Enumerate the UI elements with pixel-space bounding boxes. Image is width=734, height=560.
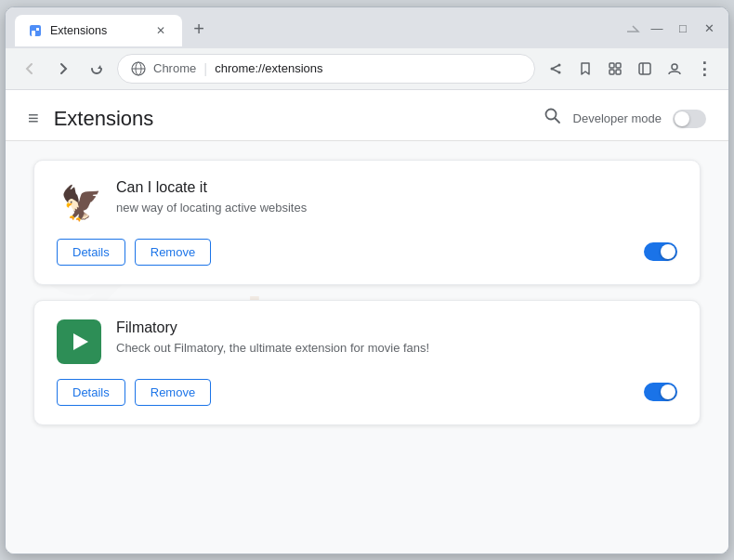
svg-marker-21 [73, 333, 88, 350]
svg-rect-2 [36, 28, 39, 31]
menu-icon[interactable]: ≡ [28, 108, 39, 129]
share-button[interactable] [543, 56, 569, 82]
ext-card-top: Filmatory Check out Filmatory, the ultim… [57, 319, 677, 364]
active-tab[interactable]: Extensions ✕ [15, 15, 182, 46]
svg-rect-12 [616, 70, 621, 74]
ext-name: Filmatory [116, 319, 677, 336]
main-content: ≡ Extensions Developer mode risp.com [6, 90, 728, 553]
remove-button-filmatory[interactable]: Remove [135, 379, 211, 406]
back-button[interactable] [17, 56, 43, 82]
details-button-filmatory[interactable]: Details [57, 379, 125, 406]
svg-point-8 [551, 67, 554, 70]
ext-desc: new way of locating active websites [116, 200, 677, 216]
svg-rect-9 [609, 63, 614, 68]
page-header: ≡ Extensions Developer mode [6, 90, 728, 141]
header-right: Developer mode [544, 107, 706, 130]
extension-card-can-locate-it: 🦅 Can I locate it new way of locating ac… [33, 160, 701, 285]
filmatory-icon [57, 319, 101, 364]
developer-mode-label: Developer mode [573, 111, 662, 125]
svg-point-7 [558, 71, 561, 73]
nav-bar: Chrome | chrome://extensions ⋮ [6, 48, 728, 90]
ext-toggle [644, 383, 677, 401]
browser-window: Extensions ✕ + — □ ✕ [5, 7, 729, 554]
profile-button[interactable] [662, 56, 688, 82]
extensions-list: 🦅 Can I locate it new way of locating ac… [6, 141, 728, 444]
header-left: ≡ Extensions [28, 107, 153, 131]
refresh-button[interactable] [84, 56, 110, 82]
toggle-knob [661, 384, 675, 399]
ext-card-bottom: Details Remove [57, 239, 677, 266]
can-locate-it-toggle[interactable] [644, 242, 677, 261]
svg-point-6 [558, 63, 561, 66]
ext-card-top: 🦅 Can I locate it new way of locating ac… [57, 179, 677, 224]
svg-line-17 [555, 119, 559, 124]
new-tab-button[interactable]: + [186, 17, 212, 43]
svg-rect-11 [609, 70, 614, 74]
svg-rect-13 [639, 63, 650, 74]
developer-mode-toggle[interactable] [673, 110, 706, 128]
minimize-icon [624, 20, 641, 37]
tab-favicon [28, 23, 43, 38]
ext-info: Can I locate it new way of locating acti… [116, 179, 677, 216]
maximize-button[interactable]: □ [673, 19, 693, 39]
nav-icons: ⋮ [543, 56, 717, 82]
toggle-knob [675, 111, 689, 126]
chrome-label: Chrome [153, 61, 196, 75]
toggle-knob [661, 244, 675, 259]
tab-area: Extensions ✕ + [15, 15, 621, 46]
details-button-can-locate-it[interactable]: Details [57, 239, 125, 266]
extension-card-filmatory: Filmatory Check out Filmatory, the ultim… [33, 300, 701, 425]
search-icon[interactable] [544, 107, 562, 130]
window-controls: — □ ✕ [624, 19, 719, 39]
close-button[interactable]: ✕ [699, 19, 719, 39]
can-locate-it-icon: 🦅 [57, 179, 101, 224]
filmatory-toggle[interactable] [644, 383, 677, 401]
tab-close-button[interactable]: ✕ [152, 22, 169, 39]
svg-text:🦅: 🦅 [60, 183, 101, 223]
minimize-button[interactable]: — [647, 19, 667, 39]
address-bar[interactable]: Chrome | chrome://extensions [117, 54, 535, 84]
remove-button-can-locate-it[interactable]: Remove [135, 239, 211, 266]
extensions-button[interactable] [602, 56, 628, 82]
more-button[interactable]: ⋮ [691, 56, 717, 82]
svg-point-15 [672, 64, 677, 70]
sidebar-button[interactable] [632, 56, 658, 82]
chrome-logo-icon [131, 61, 146, 76]
ext-toggle [644, 242, 677, 261]
tab-title: Extensions [50, 24, 145, 37]
title-bar: Extensions ✕ + — □ ✕ [6, 7, 728, 48]
ext-desc: Check out Filmatory, the ultimate extens… [116, 340, 677, 357]
url-separator: | [203, 60, 207, 76]
bookmark-button[interactable] [572, 56, 598, 82]
svg-rect-10 [616, 63, 621, 68]
svg-rect-1 [32, 31, 35, 36]
svg-point-16 [545, 110, 556, 120]
forward-button[interactable] [50, 56, 76, 82]
ext-card-bottom: Details Remove [57, 379, 677, 406]
page-title: Extensions [54, 107, 154, 131]
url-text: chrome://extensions [215, 61, 322, 75]
ext-name: Can I locate it [116, 179, 677, 196]
ext-info: Filmatory Check out Filmatory, the ultim… [116, 319, 677, 357]
